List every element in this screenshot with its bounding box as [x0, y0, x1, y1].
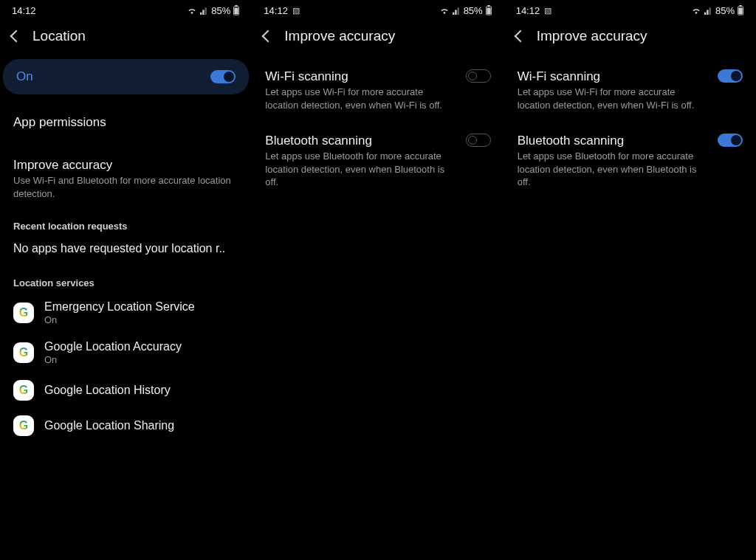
- screen-improve-accuracy-off: 14:12 ▧ 85% Improve accuracy Wi-Fi scann…: [252, 0, 504, 560]
- screenshot-icon: ▧: [544, 6, 551, 15]
- svg-rect-5: [487, 8, 490, 15]
- google-icon: G: [13, 415, 34, 436]
- back-icon[interactable]: [514, 30, 526, 43]
- signal-icon: [704, 6, 713, 15]
- wifi-scanning-row[interactable]: Wi-Fi scanning Let apps use Wi-Fi for mo…: [504, 55, 756, 120]
- battery-pct: 85%: [715, 5, 735, 16]
- page-title: Location: [32, 28, 86, 44]
- improve-accuracy-row[interactable]: Improve accuracy Use Wi-Fi and Bluetooth…: [0, 148, 252, 210]
- bluetooth-scanning-toggle[interactable]: [466, 134, 491, 147]
- page-title: Improve accuracy: [537, 28, 647, 44]
- wifi-icon: [691, 5, 701, 15]
- status-bar: 14:12 ▧ 85%: [252, 0, 504, 21]
- wifi-scanning-row[interactable]: Wi-Fi scanning Let apps use Wi-Fi for mo…: [252, 55, 504, 120]
- wifi-scanning-toggle[interactable]: [466, 69, 491, 83]
- google-icon: G: [13, 342, 34, 363]
- screenshot-icon: ▧: [292, 6, 300, 15]
- google-icon: G: [13, 380, 34, 401]
- service-google-location-accuracy[interactable]: G Google Location Accuracy On: [0, 333, 252, 373]
- screen-improve-accuracy-on: 14:12 ▧ 85% Improve accuracy Wi-Fi scann…: [504, 0, 756, 560]
- bluetooth-scanning-toggle[interactable]: [718, 134, 743, 147]
- recent-requests-label: Recent location requests: [0, 210, 252, 236]
- bluetooth-scanning-row[interactable]: Bluetooth scanning Let apps use Bluetoot…: [504, 120, 756, 198]
- page-title: Improve accuracy: [284, 28, 395, 44]
- signal-icon: [452, 6, 461, 15]
- battery-icon: [233, 5, 240, 15]
- location-master-toggle-row[interactable]: On: [3, 59, 249, 94]
- service-emergency-location[interactable]: G Emergency Location Service On: [0, 293, 252, 333]
- bluetooth-scanning-row[interactable]: Bluetooth scanning Let apps use Bluetoot…: [252, 120, 504, 198]
- back-icon[interactable]: [262, 30, 275, 43]
- svg-rect-8: [738, 8, 742, 15]
- battery-icon: [485, 5, 492, 15]
- google-icon: G: [13, 303, 34, 323]
- back-icon[interactable]: [10, 30, 23, 43]
- battery-pct: 85%: [464, 5, 483, 16]
- header: Improve accuracy: [252, 21, 504, 55]
- status-time: 14:12: [264, 5, 288, 16]
- battery-pct: 85%: [211, 5, 230, 16]
- status-time: 14:12: [516, 5, 540, 16]
- header: Location: [0, 21, 252, 55]
- wifi-icon: [187, 5, 197, 15]
- status-bar: 14:12 ▧ 85%: [504, 0, 756, 21]
- wifi-icon: [439, 5, 450, 15]
- location-toggle[interactable]: [210, 70, 236, 83]
- screen-location: 14:12 85% Location On App permissions Im…: [0, 0, 252, 560]
- no-apps-text: No apps have requested your location r..: [0, 236, 252, 267]
- wifi-scanning-toggle[interactable]: [718, 69, 743, 83]
- battery-icon: [737, 5, 744, 15]
- app-permissions-row[interactable]: App permissions: [0, 99, 252, 148]
- status-time: 14:12: [12, 5, 36, 16]
- service-google-location-history[interactable]: G Google Location History: [0, 373, 252, 408]
- service-google-location-sharing[interactable]: G Google Location Sharing: [0, 408, 252, 443]
- status-bar: 14:12 85%: [0, 0, 252, 21]
- master-toggle-label: On: [16, 69, 33, 84]
- svg-rect-2: [235, 8, 238, 15]
- signal-icon: [199, 6, 209, 15]
- location-services-label: Location services: [0, 267, 252, 293]
- header: Improve accuracy: [504, 21, 756, 55]
